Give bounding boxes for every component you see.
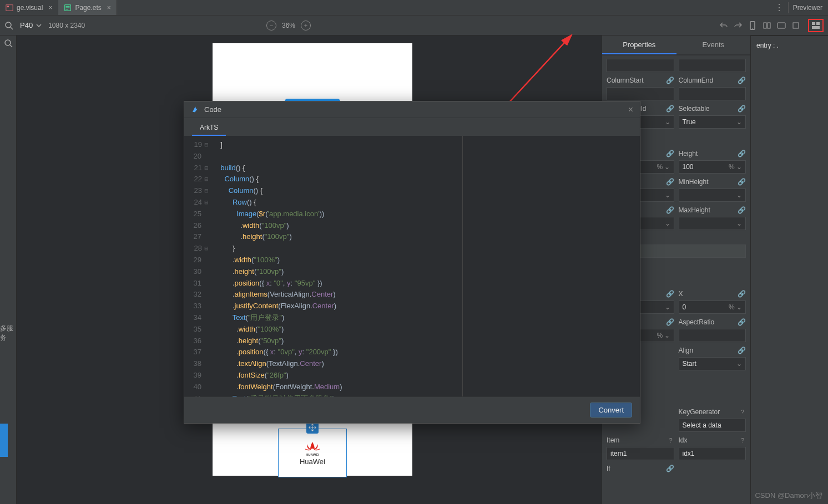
device-name: P40 xyxy=(20,21,33,29)
more-icon[interactable]: ⋮ xyxy=(775,3,784,12)
svg-point-14 xyxy=(5,40,11,45)
code-dialog: Code × ArkTS 19⊟2021⊟22⊟23⊟24⊟25262728⊟2… xyxy=(184,101,640,424)
chevron-down-icon: ⌄ xyxy=(736,191,742,199)
tab-events[interactable]: Events xyxy=(676,35,751,54)
phone-icon[interactable] xyxy=(748,21,757,30)
watermark: CSDN @Damon小智 xyxy=(755,491,822,501)
tab-page-ets[interactable]: Page.ets × xyxy=(58,0,117,15)
search-icon[interactable] xyxy=(4,21,13,30)
columnstart-field[interactable] xyxy=(607,87,674,100)
code-dialog-tabs: ArkTS xyxy=(184,118,640,136)
item-field[interactable]: item1 xyxy=(607,447,674,460)
dialog-titlebar: Code × xyxy=(184,101,640,118)
code-view-button-highlighted[interactable] xyxy=(808,19,824,32)
canvas-toolbar: P40 1080 x 2340 − 36% + xyxy=(0,16,828,35)
link-icon[interactable]: 🔗 xyxy=(738,290,746,298)
tab-label: Page.ets xyxy=(75,4,101,12)
tab-arkts[interactable]: ArkTS xyxy=(192,120,226,136)
chevron-down-icon xyxy=(36,23,42,28)
help-icon[interactable]: ? xyxy=(741,437,744,444)
chevron-down-icon: ⌄ xyxy=(665,118,670,126)
prop-label: ColumnEnd xyxy=(679,77,714,84)
zoom-out-button[interactable]: − xyxy=(266,21,276,30)
prop-label: Height xyxy=(679,150,698,157)
link-icon[interactable]: 🔗 xyxy=(666,465,674,472)
active-indicator xyxy=(0,424,8,457)
svg-rect-12 xyxy=(816,22,820,25)
left-strip-label: 多服务 xyxy=(0,324,16,343)
chevron-down-icon: ⌄ xyxy=(736,220,742,227)
close-icon[interactable]: × xyxy=(628,105,633,115)
columnend-field[interactable] xyxy=(679,87,746,100)
link-icon[interactable]: 🔗 xyxy=(666,105,674,113)
visual-file-icon xyxy=(6,4,13,12)
prop-label: X xyxy=(679,290,683,298)
link-icon[interactable]: 🔗 xyxy=(738,318,746,326)
chevron-down-icon: ⌄ xyxy=(665,191,670,199)
dialog-title: Code xyxy=(204,105,221,114)
link-icon[interactable]: 🔗 xyxy=(666,206,674,214)
link-icon[interactable]: 🔗 xyxy=(738,206,746,214)
keygen-select[interactable]: Select a data xyxy=(679,419,746,432)
entry-selector[interactable]: entry : . xyxy=(751,35,828,54)
zoom-in-button[interactable]: + xyxy=(301,21,311,30)
idx-field[interactable]: idx1 xyxy=(679,447,746,460)
minheight-field[interactable]: ⌄ xyxy=(679,189,746,202)
previewer-panel: entry : . xyxy=(750,35,828,504)
link-icon[interactable]: 🔗 xyxy=(738,105,746,113)
tablet-icon[interactable] xyxy=(777,21,786,30)
maxheight-field[interactable]: ⌄ xyxy=(679,217,746,230)
height-field[interactable]: 100% ⌄ xyxy=(679,160,746,174)
chevron-down-icon: ⌄ xyxy=(736,118,742,126)
devEco-logo-icon xyxy=(191,105,200,114)
prop-label: Align xyxy=(679,347,694,354)
align-select[interactable]: Start⌄ xyxy=(679,357,746,370)
prop-label: Item xyxy=(607,436,619,444)
svg-line-4 xyxy=(11,27,13,29)
svg-point-3 xyxy=(6,22,11,28)
link-icon[interactable]: 🔗 xyxy=(666,77,674,84)
help-icon[interactable]: ? xyxy=(669,437,672,444)
undo-icon[interactable] xyxy=(719,21,728,30)
svg-rect-0 xyxy=(6,4,13,11)
chevron-down-icon: ⌄ xyxy=(665,220,670,227)
link-icon[interactable]: 🔗 xyxy=(738,77,746,84)
field[interactable] xyxy=(679,59,746,72)
link-icon[interactable]: 🔗 xyxy=(738,178,746,186)
code-editor[interactable]: 19⊟2021⊟22⊟23⊟24⊟25262728⊟29303132333435… xyxy=(184,136,640,396)
close-icon[interactable]: × xyxy=(46,4,52,12)
svg-rect-8 xyxy=(768,23,770,28)
link-icon[interactable]: 🔗 xyxy=(666,318,674,326)
selectable-select[interactable]: True⌄ xyxy=(679,115,746,129)
inspector-tabs: Properties Events xyxy=(602,35,750,55)
device-selector[interactable]: P40 xyxy=(20,21,42,29)
field[interactable] xyxy=(607,59,674,72)
svg-rect-11 xyxy=(812,22,815,25)
huawei-card[interactable]: HUAWEI HuaWei xyxy=(278,429,347,477)
rect-icon[interactable] xyxy=(791,21,800,30)
code-view-icon xyxy=(811,21,820,30)
search-icon[interactable] xyxy=(4,39,13,48)
tab-properties[interactable]: Properties xyxy=(602,35,676,54)
x-field[interactable]: 0% ⌄ xyxy=(679,301,746,314)
svg-text:HUAWEI: HUAWEI xyxy=(306,453,319,456)
link-icon[interactable]: 🔗 xyxy=(738,347,746,354)
aspect-field[interactable] xyxy=(679,329,746,342)
help-icon[interactable]: ? xyxy=(741,409,744,415)
tab-visual[interactable]: ge.visual × xyxy=(0,0,58,15)
link-icon[interactable]: 🔗 xyxy=(738,150,746,157)
svg-rect-10 xyxy=(793,23,799,28)
link-icon[interactable]: 🔗 xyxy=(666,150,674,157)
convert-button[interactable]: Convert xyxy=(590,403,632,418)
redo-icon[interactable] xyxy=(734,21,743,30)
line-gutter: 19⊟2021⊟22⊟23⊟24⊟25262728⊟29303132333435… xyxy=(184,136,212,396)
svg-line-15 xyxy=(10,45,12,47)
fold-icon[interactable] xyxy=(763,21,771,30)
previewer-button[interactable]: Previewer xyxy=(793,4,822,12)
dialog-footer: Convert xyxy=(184,396,640,423)
code-content[interactable]: ] build() { Column() { Column() { Row() … xyxy=(212,136,462,396)
close-icon[interactable]: × xyxy=(105,4,111,12)
prop-label: KeyGenerator xyxy=(679,408,720,416)
link-icon[interactable]: 🔗 xyxy=(666,290,674,298)
link-icon[interactable]: 🔗 xyxy=(666,178,674,186)
